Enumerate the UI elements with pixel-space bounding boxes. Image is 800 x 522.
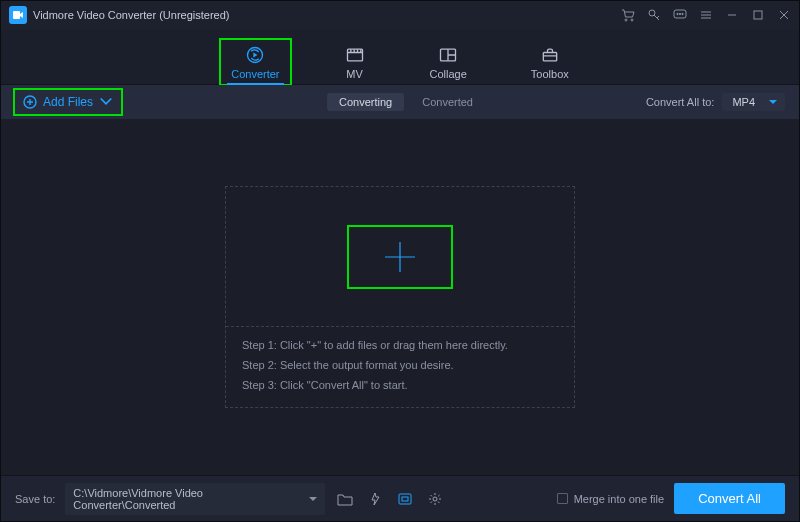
svg-point-1 (625, 19, 627, 21)
bottom-bar: Save to: C:\Vidmore\Vidmore Video Conver… (1, 475, 799, 521)
svg-point-5 (677, 13, 678, 14)
svg-rect-0 (13, 11, 20, 19)
settings-icon[interactable] (425, 490, 445, 508)
high-speed-toggle[interactable] (365, 490, 385, 508)
chevron-down-icon (99, 95, 113, 109)
dropzone-top (226, 187, 574, 327)
save-to-label: Save to: (15, 493, 55, 505)
svg-marker-10 (254, 53, 258, 58)
minimize-button[interactable] (725, 8, 739, 22)
tab-converter[interactable]: Converter (221, 40, 289, 84)
step-2: Step 2: Select the output format you des… (242, 359, 558, 371)
window-title: Vidmore Video Converter (Unregistered) (33, 9, 229, 21)
svg-rect-8 (754, 11, 762, 19)
tab-collage[interactable]: Collage (420, 40, 477, 84)
tab-label: Collage (430, 68, 467, 80)
feedback-icon[interactable] (673, 8, 687, 22)
app-window: Vidmore Video Converter (Unregistered) C… (0, 0, 800, 522)
tab-label: MV (346, 68, 363, 80)
dropzone[interactable]: Step 1: Click "+" to add files or drag t… (225, 186, 575, 408)
add-files-plus-button[interactable] (349, 227, 451, 287)
subtab-converted[interactable]: Converted (422, 96, 473, 108)
svg-rect-16 (402, 497, 408, 501)
menu-icon[interactable] (699, 8, 713, 22)
add-files-label: Add Files (43, 95, 93, 109)
checkbox-box (557, 493, 568, 504)
main-area: Step 1: Click "+" to add files or drag t… (1, 119, 799, 475)
save-path-value: C:\Vidmore\Vidmore Video Converter\Conve… (73, 487, 303, 511)
instruction-steps: Step 1: Click "+" to add files or drag t… (226, 327, 574, 407)
convert-all-to-label: Convert All to: (646, 96, 714, 108)
maximize-button[interactable] (751, 8, 765, 22)
titlebar: Vidmore Video Converter (Unregistered) (1, 1, 799, 29)
output-format-value: MP4 (732, 96, 755, 108)
svg-rect-15 (399, 494, 411, 504)
output-format-select[interactable]: MP4 (722, 93, 785, 111)
save-path-select[interactable]: C:\Vidmore\Vidmore Video Converter\Conve… (65, 483, 325, 515)
gpu-accel-toggle[interactable] (395, 490, 415, 508)
svg-point-2 (631, 19, 633, 21)
tab-mv[interactable]: MV (334, 40, 376, 84)
step-1: Step 1: Click "+" to add files or drag t… (242, 339, 558, 351)
subtab-converting[interactable]: Converting (327, 93, 404, 111)
top-nav: Converter MV Collage Toolbox (1, 29, 799, 85)
tab-toolbox[interactable]: Toolbox (521, 40, 579, 84)
svg-point-6 (679, 13, 680, 14)
sub-toolbar: Add Files Converting Converted Convert A… (1, 85, 799, 119)
cart-icon[interactable] (621, 8, 635, 22)
merge-checkbox[interactable]: Merge into one file (557, 493, 665, 505)
svg-point-7 (682, 13, 683, 14)
add-files-button[interactable]: Add Files (15, 90, 121, 114)
open-folder-icon[interactable] (335, 490, 355, 508)
merge-label: Merge into one file (574, 493, 665, 505)
app-logo (9, 6, 27, 24)
key-icon[interactable] (647, 8, 661, 22)
svg-point-17 (433, 497, 437, 501)
tab-label: Toolbox (531, 68, 569, 80)
close-button[interactable] (777, 8, 791, 22)
tab-label: Converter (231, 68, 279, 80)
step-3: Step 3: Click "Convert All" to start. (242, 379, 558, 391)
svg-rect-13 (543, 53, 556, 61)
convert-all-button[interactable]: Convert All (674, 483, 785, 514)
